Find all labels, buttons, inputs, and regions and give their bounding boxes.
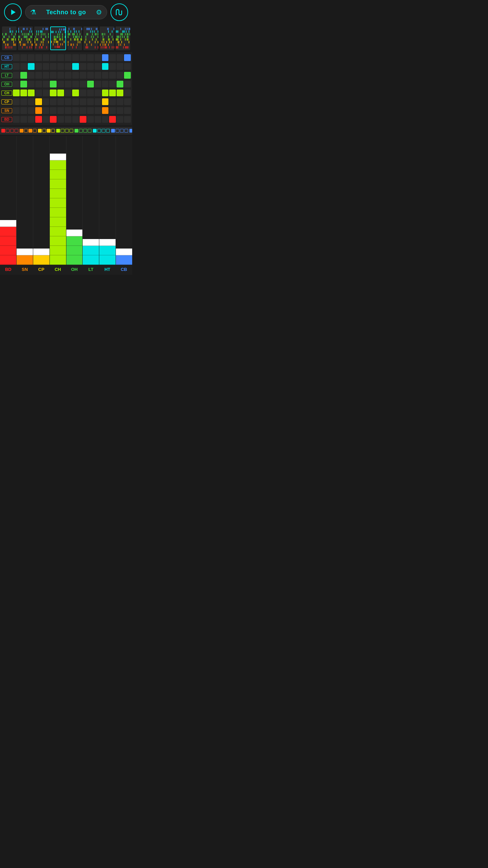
seq-cell[interactable] [72, 116, 79, 123]
pattern-thumb-8[interactable] [116, 26, 130, 50]
seq-cell[interactable] [72, 81, 79, 87]
mixer-col-oh[interactable] [66, 136, 83, 265]
seq-cell[interactable] [109, 54, 116, 61]
seq-cell[interactable] [43, 72, 49, 79]
seq-cell[interactable] [124, 63, 131, 70]
seq-cell[interactable] [50, 98, 57, 105]
seq-cell[interactable] [80, 98, 86, 105]
seq-cell[interactable] [95, 54, 101, 61]
seq-cell[interactable] [117, 54, 123, 61]
seq-cell[interactable] [57, 81, 64, 87]
seq-cell[interactable] [50, 107, 57, 114]
seq-cell[interactable] [65, 63, 72, 70]
seq-cell[interactable] [28, 81, 35, 87]
seq-cell[interactable] [35, 116, 42, 123]
seq-cell[interactable] [57, 98, 64, 105]
seq-cell[interactable] [65, 81, 72, 87]
seq-cell[interactable] [13, 90, 20, 96]
seq-cell[interactable] [117, 90, 123, 96]
mixer-col-bd[interactable] [0, 136, 17, 265]
seq-cell[interactable] [72, 72, 79, 79]
pattern-seq-block-3[interactable] [38, 129, 55, 133]
seq-cell[interactable] [109, 107, 116, 114]
seq-cell[interactable] [65, 90, 72, 96]
seq-cell[interactable] [124, 107, 131, 114]
seq-cell[interactable] [117, 98, 123, 105]
seq-cell[interactable] [50, 63, 57, 70]
seq-cell[interactable] [50, 90, 57, 96]
seq-cell[interactable] [72, 54, 79, 61]
pattern-seq-block-7[interactable] [111, 129, 128, 133]
seq-cell[interactable] [102, 54, 109, 61]
seq-cell[interactable] [43, 54, 49, 61]
seq-cell[interactable] [95, 72, 101, 79]
seq-cell[interactable] [57, 63, 64, 70]
seq-cell[interactable] [124, 54, 131, 61]
seq-cell[interactable] [35, 98, 42, 105]
seq-cell[interactable] [57, 107, 64, 114]
pattern-seq-block-1[interactable] [1, 129, 18, 133]
seq-cell[interactable] [124, 116, 131, 123]
seq-cell[interactable] [80, 81, 86, 87]
seq-cell[interactable] [65, 116, 72, 123]
mixer-col-sn[interactable] [17, 136, 33, 265]
seq-cell[interactable] [50, 116, 57, 123]
seq-cell[interactable] [28, 54, 35, 61]
pattern-seq-block-4[interactable] [56, 129, 73, 133]
seq-cell[interactable] [20, 63, 27, 70]
seq-cell[interactable] [102, 72, 109, 79]
seq-cell[interactable] [124, 98, 131, 105]
seq-cell[interactable] [43, 107, 49, 114]
pattern-thumb-3[interactable] [34, 26, 49, 50]
seq-cell[interactable] [72, 98, 79, 105]
seq-cell[interactable] [109, 72, 116, 79]
seq-cell[interactable] [95, 107, 101, 114]
play-button[interactable] [4, 3, 22, 21]
logo-button[interactable] [110, 3, 128, 21]
seq-cell[interactable] [43, 98, 49, 105]
seq-cell[interactable] [35, 63, 42, 70]
seq-cell[interactable] [43, 116, 49, 123]
seq-cell[interactable] [87, 107, 94, 114]
pattern-seq-block-6[interactable] [93, 129, 110, 133]
seq-cell[interactable] [87, 63, 94, 70]
mixer-col-ch[interactable] [50, 136, 66, 265]
seq-cell[interactable] [20, 107, 27, 114]
pattern-thumb-4[interactable] [50, 26, 66, 50]
pattern-seq-block-2[interactable] [20, 129, 37, 133]
seq-cell[interactable] [87, 90, 94, 96]
seq-cell[interactable] [109, 98, 116, 105]
seq-cell[interactable] [95, 116, 101, 123]
seq-cell[interactable] [102, 90, 109, 96]
seq-cell[interactable] [57, 54, 64, 61]
seq-cell[interactable] [65, 54, 72, 61]
gear-icon[interactable]: ⚙ [96, 8, 102, 16]
seq-cell[interactable] [87, 116, 94, 123]
seq-cell[interactable] [80, 54, 86, 61]
mixer-col-cb[interactable] [116, 136, 132, 265]
seq-cell[interactable] [13, 54, 20, 61]
seq-cell[interactable] [117, 63, 123, 70]
pattern-thumb-5[interactable] [67, 26, 82, 50]
seq-cell[interactable] [35, 90, 42, 96]
seq-cell[interactable] [57, 72, 64, 79]
pattern-seq-block-5[interactable] [75, 129, 92, 133]
seq-cell[interactable] [28, 107, 35, 114]
mixer-col-lt[interactable] [83, 136, 99, 265]
pattern-thumb-2[interactable] [18, 26, 33, 50]
seq-cell[interactable] [87, 98, 94, 105]
pattern-thumb-1[interactable] [2, 26, 17, 50]
seq-cell[interactable] [65, 98, 72, 105]
seq-cell[interactable] [80, 90, 86, 96]
seq-cell[interactable] [87, 54, 94, 61]
pattern-seq-block-8[interactable] [129, 129, 132, 133]
seq-cell[interactable] [13, 116, 20, 123]
seq-cell[interactable] [20, 90, 27, 96]
seq-cell[interactable] [109, 63, 116, 70]
seq-cell[interactable] [20, 98, 27, 105]
seq-cell[interactable] [95, 90, 101, 96]
seq-cell[interactable] [95, 63, 101, 70]
seq-cell[interactable] [72, 63, 79, 70]
seq-cell[interactable] [35, 81, 42, 87]
seq-cell[interactable] [35, 54, 42, 61]
